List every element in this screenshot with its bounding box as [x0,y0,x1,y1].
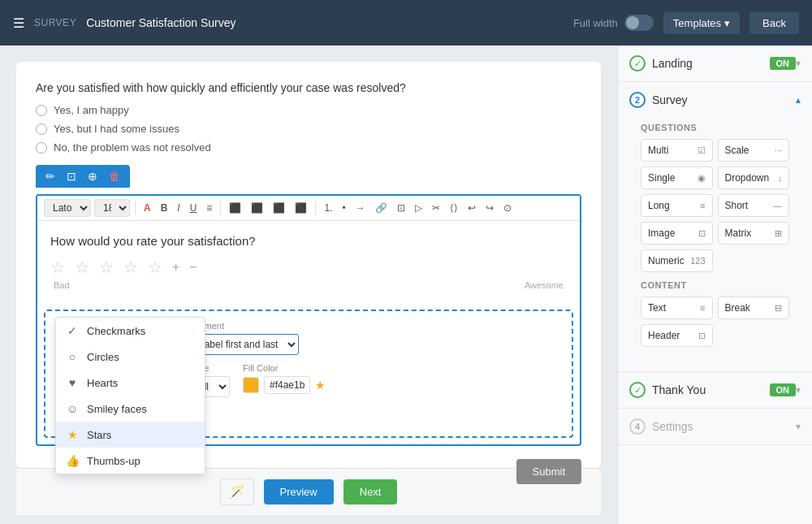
type-break[interactable]: Break ⊟ [718,297,790,319]
type-matrix[interactable]: Matrix ⊞ [718,222,790,245]
image-icon: ⊡ [698,228,706,239]
align-center-btn[interactable]: ⬛ [248,201,266,215]
type-short[interactable]: Short — [718,194,790,217]
shape-option-hearts[interactable]: ♥ Hearts [56,370,205,396]
clean-btn[interactable]: ✂ [429,201,443,215]
survey-row: 2 Survey ▴ [629,92,801,108]
star-3[interactable]: ☆ [99,258,114,277]
text-icon: ≡ [700,303,705,313]
hearts-icon: ♥ [66,376,79,389]
undo-btn[interactable]: ↩ [464,201,479,215]
fullwidth-control: Full width [573,15,654,31]
survey-sidebar-label: Survey [652,93,796,106]
type-long[interactable]: Long ≡ [641,194,713,217]
type-header[interactable]: Header ⊡ [641,324,713,347]
ol-btn[interactable]: 1. [321,201,335,215]
shape-option-stars[interactable]: ★ Stars [56,422,205,448]
content-title: Content [641,280,789,290]
align-left-btn[interactable]: ⬛ [226,201,244,215]
list-btn[interactable]: ≡ [203,201,215,215]
font-size-select[interactable]: 18 [94,199,130,217]
header-icon: ⊡ [698,331,706,341]
bold-btn[interactable]: B [158,201,171,215]
color-hex: #f4ae1b [264,376,310,394]
landing-check-icon: ✓ [629,55,646,71]
thankyou-chevron[interactable]: ▾ [796,384,801,396]
landing-on-badge: ON [770,57,797,70]
page-title: Customer Satisfaction Survey [86,16,235,29]
option-3[interactable]: No, the problem was not resolved [36,141,581,154]
source-btn[interactable]: ⟨⟩ [447,201,461,215]
star-2[interactable]: ☆ [75,258,89,277]
rating-question-area: How would you rate your satisfaction? ☆ … [37,221,580,303]
up-icon-btn[interactable]: ⊕ [84,168,101,184]
shape-option-thumbsup[interactable]: 👍 Thumbs-up [56,448,205,474]
italic-btn[interactable]: I [174,201,183,215]
menu-icon[interactable]: ☰ [13,15,24,31]
align-right-btn[interactable]: ⬛ [270,201,288,215]
remove-star-btn[interactable]: − [189,260,197,275]
type-multi[interactable]: Multi ☑ [641,139,713,162]
option-1[interactable]: Yes, I am happy [36,104,581,116]
back-button[interactable]: Back [749,12,799,34]
indent-btn[interactable]: → [352,201,369,215]
ul-btn[interactable]: • [339,201,348,215]
question-types-grid: Multi ☑ Scale ··· Single ◉ Dropdown ↓ [641,139,789,272]
format-bar: Lato 18 A B I U ≡ ⬛ [37,196,580,221]
long-icon: ≡ [700,201,705,210]
scale-icon: ··· [775,145,782,155]
image-btn[interactable]: ⊡ [394,201,408,215]
type-single[interactable]: Single ◉ [641,167,713,189]
option-2[interactable]: Yes, but I had some issues [36,123,581,135]
settings-chevron[interactable]: ▾ [796,421,801,432]
radio-3 [36,142,47,154]
content-types-grid: Text ≡ Break ⊟ Header ⊡ [641,297,789,347]
type-dropdown[interactable]: Dropdown ↓ [718,167,790,189]
landing-chevron[interactable]: ▾ [796,58,801,69]
multi-icon: ☑ [698,145,706,156]
thankyou-on-badge: ON [770,383,797,396]
survey-label: SURVEY [34,17,76,28]
survey-step-number: 2 [629,92,646,108]
star-1[interactable]: ☆ [50,258,65,277]
link-btn[interactable]: 🔗 [372,201,391,215]
type-scale[interactable]: Scale ··· [718,139,790,162]
edit-icon-btn[interactable]: ✏ [42,168,58,184]
landing-row: ✓ Landing ON ▾ [629,55,801,71]
star-preview: ★ [315,379,326,392]
shape-option-checkmarks[interactable]: ✓ Checkmarks [56,318,205,344]
color-field: #f4ae1b ★ [243,376,326,394]
settings-row-sidebar: 4 Settings ▾ [629,418,801,435]
shape-option-smiley[interactable]: ☺ Smiley faces [56,396,205,422]
color-swatch[interactable] [243,377,259,393]
type-image[interactable]: Image ⊡ [641,222,713,245]
survey-section-inner: Questions Multi ☑ Scale ··· Single ◉ [629,108,801,362]
font-select[interactable]: Lato [44,199,91,217]
awesome-label: Awesome [525,280,564,290]
star-5[interactable]: ☆ [148,258,162,277]
delete-icon-btn[interactable]: 🗑 [106,168,123,184]
fullwidth-toggle[interactable] [624,15,654,31]
video-btn[interactable]: ▷ [412,201,425,215]
text-color-btn[interactable]: A [140,201,154,215]
survey-chevron[interactable]: ▴ [796,94,801,106]
thankyou-check-icon: ✓ [629,382,646,398]
underline-btn[interactable]: U [187,201,201,215]
type-text[interactable]: Text ≡ [641,297,713,319]
settings-step-number: 4 [629,418,646,435]
star-4[interactable]: ☆ [123,258,138,277]
shape-option-circles[interactable]: ○ Circles [56,344,205,370]
copy-icon-btn[interactable]: ⊡ [63,168,80,184]
fc-lbl: Fill Color [243,363,326,373]
add-star-btn[interactable]: + [172,260,179,275]
break-icon: ⊟ [775,303,782,314]
templates-button[interactable]: Templates ▾ [663,12,740,34]
submit-button[interactable]: Submit [516,459,581,484]
single-icon: ◉ [698,173,706,184]
thankyou-label: Thank You [652,383,770,396]
align-justify-btn[interactable]: ⬛ [292,201,310,215]
radio-2 [36,123,47,135]
redo-btn[interactable]: ↪ [482,201,497,215]
type-numeric[interactable]: Numeric 123 [641,249,713,272]
more-btn[interactable]: ⊙ [500,201,515,215]
